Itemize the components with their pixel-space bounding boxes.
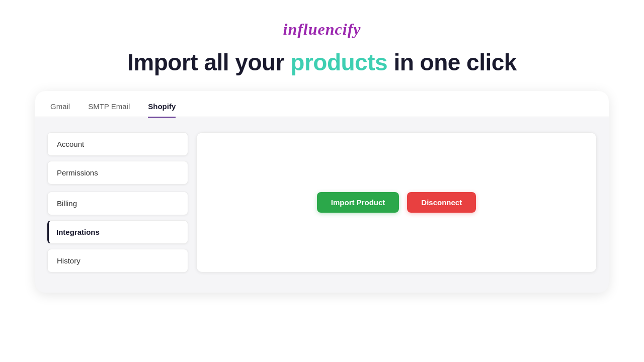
sidebar-item-account[interactable]: Account [47, 132, 188, 156]
content-area: Account Permissions Billing Integrations… [35, 122, 609, 273]
sidebar-item-history[interactable]: History [47, 249, 188, 273]
headline-suffix: in one click [387, 49, 517, 75]
disconnect-button[interactable]: Disconnect [407, 192, 476, 213]
sidebar-item-permissions[interactable]: Permissions [47, 161, 188, 185]
page-headline: Import all your products in one click [127, 49, 517, 76]
sidebar-item-integrations[interactable]: Integrations [47, 220, 188, 244]
sidebar-group-top: Account Permissions [47, 132, 188, 185]
right-panel: Import Product Disconnect [196, 132, 597, 273]
main-card: Gmail SMTP Email Shopify Account Permiss… [35, 91, 609, 293]
tabs-row: Gmail SMTP Email Shopify [35, 91, 609, 117]
sidebar: Account Permissions Billing Integrations… [47, 132, 188, 273]
sidebar-item-billing[interactable]: Billing [47, 192, 188, 215]
import-product-button[interactable]: Import Product [317, 192, 399, 213]
headline-highlight: products [290, 49, 387, 75]
headline-prefix: Import all your [127, 49, 290, 75]
logo-area: influencify [283, 20, 361, 39]
tab-smtp-email[interactable]: SMTP Email [88, 102, 130, 118]
tab-shopify[interactable]: Shopify [148, 102, 176, 118]
app-logo: influencify [283, 20, 361, 38]
tab-gmail[interactable]: Gmail [50, 102, 70, 118]
